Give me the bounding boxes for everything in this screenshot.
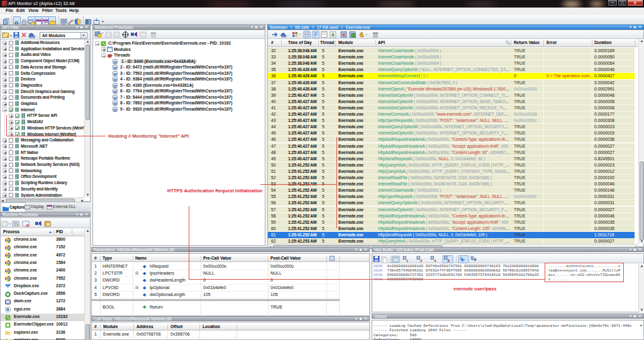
- svg-text:M: M: [114, 90, 117, 94]
- svg-text:M: M: [114, 102, 117, 106]
- svg-text:M: M: [114, 60, 117, 63]
- svg-text:M: M: [114, 96, 117, 99]
- svg-text:M: M: [114, 84, 117, 87]
- svg-text:M: M: [114, 107, 117, 111]
- svg-text:M: M: [114, 66, 117, 70]
- svg-text:M: M: [114, 78, 117, 82]
- svg-text:M: M: [114, 72, 117, 75]
- svg-text:4: 4: [434, 259, 436, 263]
- svg-text:2: 2: [420, 259, 423, 263]
- svg-text:1: 1: [406, 259, 409, 263]
